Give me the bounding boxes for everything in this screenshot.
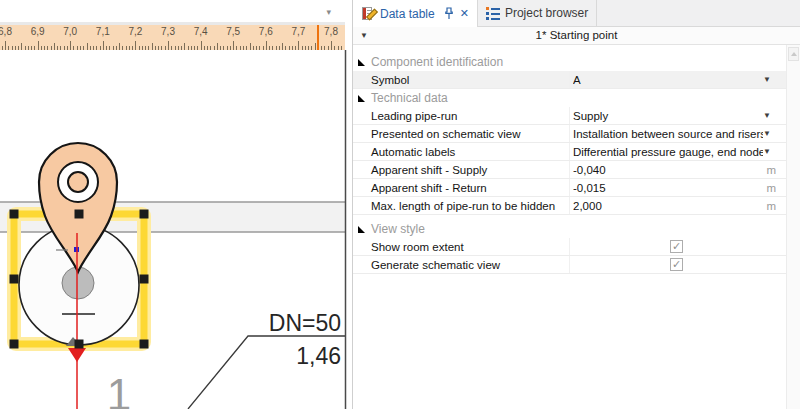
ruler-tick <box>168 41 169 50</box>
property-label: Generate schematic view <box>353 256 569 273</box>
property-value-cell[interactable]: A▼ <box>569 71 786 88</box>
length-label: 1,46 <box>296 343 341 369</box>
ruler-tick <box>331 41 332 50</box>
property-value-cell[interactable]: Differential pressure gauge, end node, F… <box>569 143 786 160</box>
unit-label: m <box>766 182 776 194</box>
data-table-icon <box>361 7 375 21</box>
selection-handle[interactable] <box>10 340 19 349</box>
selection-title: 1* Starting point <box>353 29 800 41</box>
property-value[interactable]: Differential pressure gauge, end node, F <box>573 146 763 158</box>
tab-label: Data table <box>380 7 435 21</box>
tab-data-table[interactable]: Data table ✕ <box>353 0 478 27</box>
ruler-label: 7,3 <box>161 26 175 37</box>
ruler-tick <box>233 41 234 50</box>
property-label: Leading pipe-run <box>353 107 569 124</box>
selection-handle[interactable] <box>10 210 19 219</box>
property-label: Automatic labels <box>353 143 569 160</box>
ruler-label: 7,0 <box>63 26 77 37</box>
property-value[interactable]: Installation between source and risers, … <box>573 128 763 140</box>
ruler-tick <box>5 41 6 50</box>
group-label: Technical data <box>371 91 448 105</box>
ruler-tick <box>201 41 202 50</box>
property-group-header[interactable]: Technical data <box>353 89 786 107</box>
property-label: Presented on schematic view <box>353 125 569 142</box>
ruler-tick <box>103 41 104 50</box>
pipe-flow-arrow <box>68 348 86 362</box>
property-value-cell[interactable]: -0,040m <box>569 161 786 178</box>
ruler-tick <box>266 41 267 50</box>
ruler-label: 7,6 <box>259 26 273 37</box>
property-value-cell[interactable]: Supply▼ <box>569 107 786 124</box>
property-value-cell[interactable]: -0,015m <box>569 179 786 196</box>
property-value[interactable]: -0,015 <box>573 182 766 194</box>
selection-handle[interactable] <box>10 275 19 284</box>
property-label: Max. length of pipe-run to be hidden <box>353 197 569 214</box>
tab-project-browser[interactable]: Project browser <box>478 0 597 26</box>
property-row: Generate schematic view✓ <box>353 256 786 274</box>
selection-header: ▼ 1* Starting point <box>353 27 800 45</box>
dropdown-arrow-icon[interactable]: ▼ <box>763 130 771 138</box>
selection-handle[interactable] <box>75 340 84 349</box>
property-value[interactable]: Supply <box>573 110 763 122</box>
cursor-position-marker <box>317 25 319 50</box>
ruler-tick <box>250 43 251 50</box>
panel-tab-bar: Data table ✕ Project browser <box>353 0 800 27</box>
check-mark-icon: ✓ <box>672 241 681 252</box>
pin-icon[interactable] <box>444 7 454 20</box>
unit-label: m <box>766 164 776 176</box>
ruler-tick <box>217 43 218 50</box>
ruler-tick <box>87 43 88 50</box>
ruler-tick <box>298 41 299 50</box>
checkbox[interactable]: ✓ <box>670 258 683 271</box>
ruler-label: 6,9 <box>31 26 45 37</box>
properties-panel: Data table ✕ Project browser <box>352 0 800 409</box>
property-row: Presented on schematic viewInstallation … <box>353 125 786 143</box>
ruler-label: 7,5 <box>226 26 240 37</box>
property-group-header[interactable]: View style <box>353 220 786 238</box>
property-value-cell[interactable]: ✓ <box>569 256 786 273</box>
unit-label: m <box>766 200 776 212</box>
ruler-label: 7,7 <box>291 26 305 37</box>
close-icon[interactable]: ✕ <box>460 8 469 19</box>
property-label: Apparent shift - Return <box>353 179 569 196</box>
collapse-triangle-icon <box>358 59 365 66</box>
property-value[interactable]: 2,000 <box>573 200 766 212</box>
selection-handle[interactable] <box>75 210 84 219</box>
ruler-tick <box>70 41 71 50</box>
ruler-tick <box>38 41 39 50</box>
group-label: View style <box>371 222 425 236</box>
horizontal-ruler: 6,86,97,07,17,27,37,47,57,67,77,8 <box>0 22 345 50</box>
node-number-label: 1 <box>107 370 131 409</box>
group-label: Component identification <box>371 55 503 69</box>
property-group-header[interactable]: Component identification <box>353 53 786 71</box>
toolbar-overflow-icon[interactable]: ▾ <box>326 8 331 17</box>
ruler-tick <box>184 43 185 50</box>
property-value[interactable]: -0,040 <box>573 164 766 176</box>
property-value-cell[interactable]: ✓ <box>569 238 786 255</box>
property-row: Automatic labelsDifferential pressure ga… <box>353 143 786 161</box>
canvas-toolbar: ▾ <box>0 0 345 22</box>
property-value-cell[interactable]: 2,000m <box>569 197 786 214</box>
selection-handle[interactable] <box>140 340 149 349</box>
property-value-cell[interactable]: Installation between source and risers, … <box>569 125 786 142</box>
checkbox[interactable]: ✓ <box>670 240 683 253</box>
property-label: Apparent shift - Supply <box>353 161 569 178</box>
dropdown-arrow-icon[interactable]: ▼ <box>763 76 771 84</box>
vertical-scrollbar[interactable] <box>786 45 800 409</box>
dropdown-arrow-icon[interactable]: ▼ <box>763 112 771 120</box>
selection-handle[interactable] <box>140 275 149 284</box>
ruler-tick <box>152 43 153 50</box>
dropdown-arrow-icon[interactable]: ▼ <box>763 148 771 156</box>
ruler-label: 6,8 <box>0 26 12 37</box>
draw-area[interactable]: DN=50 1,46 1 <box>0 50 352 409</box>
collapse-triangle-icon <box>358 226 365 233</box>
ruler-label: 7,8 <box>324 26 338 37</box>
property-row: Max. length of pipe-run to be hidden2,00… <box>353 197 786 215</box>
collapse-triangle-icon <box>358 95 365 102</box>
ruler-label: 7,1 <box>96 26 110 37</box>
dn-label: DN=50 <box>269 310 341 336</box>
scroll-up-button[interactable] <box>788 47 799 61</box>
drawing-canvas[interactable]: ▾ 6,86,97,07,17,27,37,47,57,67,77,8 <box>0 0 352 409</box>
property-value[interactable]: A <box>573 74 763 86</box>
selection-handle[interactable] <box>140 210 149 219</box>
